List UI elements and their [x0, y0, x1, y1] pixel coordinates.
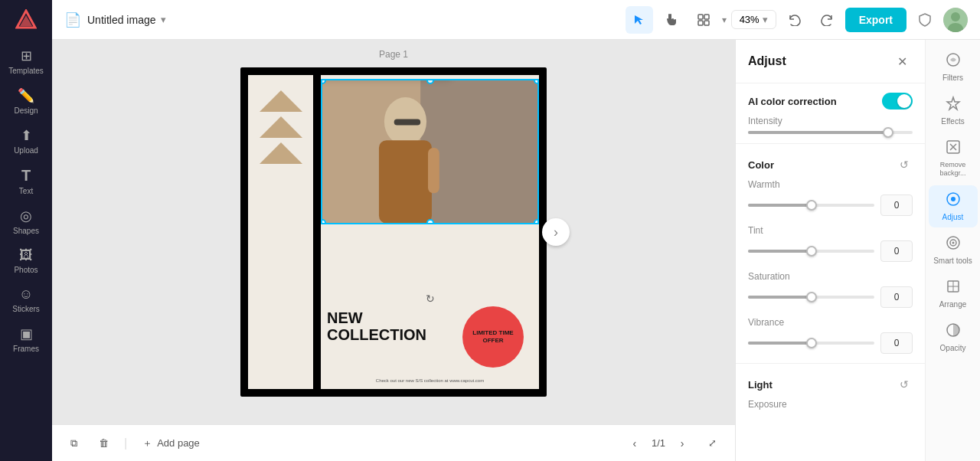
tint-track[interactable] [748, 250, 874, 253]
vibrance-track[interactable] [748, 342, 874, 345]
intensity-slider-row [748, 131, 913, 134]
canvas-wrapper[interactable]: @CapCut ••• LIMITED TI [240, 67, 547, 397]
export-button[interactable]: Export [845, 8, 906, 32]
hand-icon [665, 13, 678, 27]
sidebar-item-frames[interactable]: ▣ Frames [5, 321, 47, 358]
sidebar-item-photos[interactable]: 🖼 Photos [5, 243, 47, 279]
svg-point-32 [952, 241, 954, 244]
divider-2 [736, 363, 925, 364]
saturation-thumb[interactable] [806, 292, 817, 302]
text-icon: T [21, 167, 31, 185]
handle-bc[interactable] [426, 219, 434, 224]
sidebar-item-templates[interactable]: ⊞ Templates [5, 43, 47, 80]
handle-tr[interactable] [534, 79, 539, 84]
redo-button[interactable] [813, 6, 841, 34]
handle-bl[interactable] [321, 219, 326, 224]
opacity-icon [946, 322, 961, 342]
light-reset-button[interactable]: ↺ [896, 376, 913, 393]
redo-icon [821, 14, 833, 26]
opacity-tool[interactable]: Opacity [929, 316, 978, 358]
ai-correction-label: AI color correction [748, 96, 837, 107]
layout-tool-button[interactable] [690, 6, 717, 34]
warmth-thumb[interactable] [806, 200, 817, 211]
next-page-button[interactable]: › [671, 433, 693, 454]
vibrance-slider-section: Vibrance 0 [736, 314, 925, 360]
hand-tool-button[interactable] [658, 6, 685, 34]
add-page-button[interactable]: ＋ Add page [136, 433, 206, 453]
remove-bg-tool[interactable]: Remove backgr... [929, 133, 978, 184]
smart-tools-icon [946, 235, 961, 254]
smart-tools-tool[interactable]: Smart tools [929, 229, 978, 271]
topbar: 📄 Untitled image ▾ ▾ 43% ▾ Export [52, 0, 980, 40]
expand-icon: ⤢ [708, 437, 717, 449]
expand-button[interactable]: ⤢ [702, 434, 723, 452]
file-icon: 📄 [64, 11, 81, 28]
ai-correction-row: AI color correction [736, 83, 925, 113]
trash-button[interactable]: 🗑 [93, 434, 115, 452]
document-title: Untitled image ▾ [87, 14, 166, 26]
sidebar-item-design[interactable]: ✏️ Design [5, 83, 47, 119]
prev-page-button[interactable]: ‹ [624, 433, 645, 454]
handle-br[interactable] [534, 219, 539, 224]
svg-rect-15 [428, 148, 439, 193]
light-section-row: Light ↺ [736, 367, 925, 396]
saturation-track[interactable] [748, 296, 874, 299]
warmth-value[interactable]: 0 [880, 195, 913, 216]
sidebar-item-stickers[interactable]: ☺ Stickers [5, 282, 47, 318]
adjust-tool[interactable]: Adjust [929, 185, 978, 227]
new-collection-text[interactable]: NEW COLLECTION [327, 309, 539, 343]
saturation-fill [748, 296, 812, 299]
sidebar-item-upload[interactable]: ⬆ Upload [5, 123, 47, 159]
vibrance-thumb[interactable] [806, 338, 817, 348]
photo-element[interactable]: @CapCut ••• [321, 79, 539, 224]
close-button[interactable]: ✕ [891, 51, 913, 72]
app-logo[interactable] [12, 6, 40, 34]
duplicate-icon: ⧉ [70, 437, 77, 450]
undo-button[interactable] [781, 6, 808, 34]
avatar-image [943, 8, 968, 32]
design-inner: @CapCut ••• LIMITED TI [321, 75, 539, 389]
remove-bg-icon [946, 139, 961, 159]
intensity-label: Intensity [748, 116, 913, 126]
sidebar-item-text[interactable]: T Text [5, 162, 47, 200]
title-chevron-icon[interactable]: ▾ [161, 14, 166, 25]
page-label: Page 1 [379, 49, 408, 60]
refresh-icon-canvas[interactable]: ↻ [426, 293, 435, 305]
layout-chevron[interactable]: ▾ [722, 15, 727, 25]
color-label: Color [748, 159, 774, 171]
svg-rect-2 [698, 15, 703, 19]
sidebar-item-shapes[interactable]: ◎ Shapes [5, 203, 47, 240]
adjust-icon [946, 191, 961, 211]
tint-value[interactable]: 0 [880, 240, 913, 262]
shield-icon-button[interactable] [911, 6, 939, 34]
templates-icon: ⊞ [21, 47, 32, 64]
user-avatar[interactable] [943, 8, 968, 32]
ai-correction-toggle[interactable] [882, 93, 913, 110]
vibrance-fill [748, 342, 812, 345]
intensity-thumb[interactable] [883, 127, 893, 138]
color-reset-button[interactable]: ↺ [896, 156, 913, 173]
zoom-chevron-icon: ▾ [763, 14, 768, 25]
svg-rect-3 [704, 15, 709, 19]
canvas-area: Page 1 [52, 40, 735, 424]
vibrance-value[interactable]: 0 [880, 332, 913, 354]
warmth-track[interactable] [748, 204, 874, 207]
filters-tool[interactable]: Filters [929, 46, 978, 88]
warmth-fill [748, 204, 812, 207]
vibrance-label: Vibrance [748, 317, 913, 328]
effects-tool[interactable]: Effects [929, 90, 978, 132]
next-page-arrow[interactable]: › [542, 218, 570, 246]
duplicate-button[interactable]: ⧉ [64, 434, 83, 453]
tint-thumb[interactable] [806, 246, 817, 257]
intensity-track[interactable] [748, 131, 913, 134]
svg-rect-13 [379, 140, 432, 223]
zoom-control[interactable]: 43% ▾ [731, 10, 776, 29]
left-sidebar: ⊞ Templates ✏️ Design ⬆ Upload T Text ◎ … [0, 0, 52, 461]
stickers-icon: ☺ [19, 286, 33, 302]
warmth-slider-section: Warmth 0 [736, 176, 925, 222]
bottombar: ⧉ 🗑 | ＋ Add page ‹ 1/1 › ⤢ [52, 424, 735, 461]
select-tool-button[interactable] [626, 6, 653, 34]
arrange-tool[interactable]: Arrange [929, 273, 978, 315]
saturation-value[interactable]: 0 [880, 286, 913, 308]
exposure-label: Exposure [748, 399, 913, 410]
